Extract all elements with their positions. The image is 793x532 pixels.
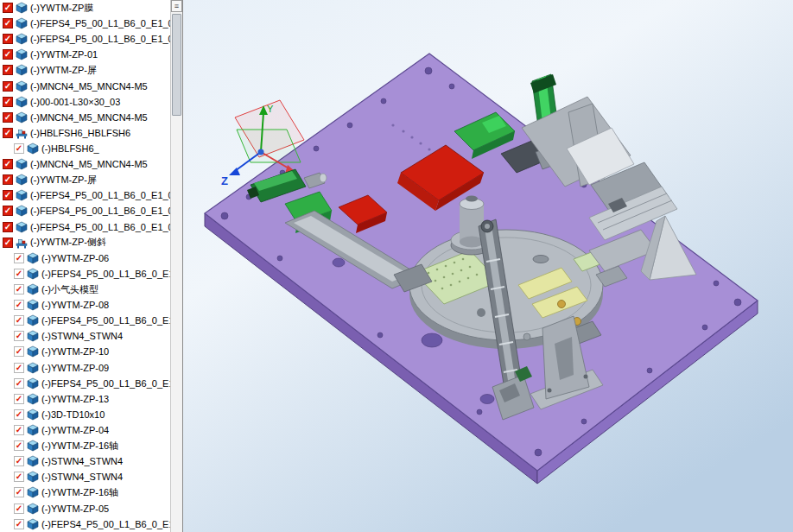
tree-scrollbar[interactable]: ≡	[170, 0, 182, 532]
item-checkbox[interactable]	[14, 409, 24, 420]
tree-item-row[interactable]: (-)MNCN4_M5_MNCN4-M5	[0, 156, 170, 172]
item-checkbox[interactable]	[14, 300, 24, 310]
item-checkbox[interactable]	[14, 440, 24, 451]
tree-item-row[interactable]: (-)FEPS4_P5_00_L1_B6_0_E1_0_	[0, 187, 170, 203]
tree-item-row[interactable]: (-)STWN4_STWN4	[0, 328, 170, 344]
item-checkbox[interactable]	[3, 65, 13, 75]
tree-item-row[interactable]: (-)HBLFSH6_	[0, 141, 170, 156]
item-checkbox[interactable]	[14, 253, 24, 263]
tree-item-row[interactable]: (-)MNCN4_M5_MNCN4-M5	[0, 79, 170, 94]
part-icon	[16, 2, 28, 14]
item-checkbox[interactable]	[3, 159, 13, 169]
tree-item-row[interactable]: (-)FEPS4_P5_00_L1_B6_0_E1_0_	[0, 31, 170, 47]
tree-item-row[interactable]: (-)YWTM-ZP-屏	[0, 172, 170, 187]
item-checkbox[interactable]	[3, 128, 13, 138]
tree-item-row[interactable]: (-)YWTM-ZP-01	[0, 47, 170, 62]
item-checkbox[interactable]	[3, 97, 13, 107]
part-icon	[16, 174, 28, 186]
tree-item-row[interactable]: (-)YWTM-ZP-08	[0, 297, 170, 313]
item-checkbox[interactable]	[14, 394, 24, 404]
part-icon	[27, 268, 39, 280]
part-icon	[27, 518, 39, 530]
part-icon	[27, 486, 39, 498]
item-checkbox[interactable]	[3, 112, 13, 123]
tree-item-label: (-)YWTM-ZP-侧斜	[30, 236, 106, 249]
item-checkbox[interactable]	[14, 504, 24, 514]
item-checkbox[interactable]	[14, 456, 24, 466]
scrollbar-menu-button[interactable]: ≡	[171, 0, 182, 12]
tree-item-row[interactable]: (-)HBLFSH6_HBLFSH6	[0, 125, 170, 141]
tree-item-label: (-)HBLFSH6_	[41, 143, 99, 154]
item-checkbox[interactable]	[3, 81, 13, 92]
tree-item-row[interactable]: (-)FEPS4_P5_00_L1_B6_0_E1_0_	[0, 219, 170, 235]
part-icon	[16, 48, 28, 60]
tree-item-row[interactable]: (-)YWTM-ZP-06	[0, 250, 170, 266]
item-checkbox[interactable]	[14, 331, 24, 341]
item-checkbox[interactable]	[14, 269, 24, 279]
item-checkbox[interactable]	[3, 238, 13, 248]
item-checkbox[interactable]	[14, 315, 24, 326]
item-checkbox[interactable]	[14, 519, 24, 529]
tree-item-row[interactable]: (-)YWTM-ZP-16轴	[0, 438, 170, 453]
tree-item-row[interactable]: (-)YWTM-ZP-04	[0, 422, 170, 438]
tree-item-row[interactable]: (-)YWTM-ZP-屏	[0, 62, 170, 78]
item-checkbox[interactable]	[3, 18, 13, 28]
item-checkbox[interactable]	[3, 49, 13, 60]
item-checkbox[interactable]	[14, 425, 24, 435]
part-icon	[16, 80, 28, 92]
part-icon	[27, 440, 39, 452]
tree-item-label: (-)FEPS4_P5_00_L1_B6_0_E1	[41, 519, 170, 529]
tree-item-row[interactable]: (-)STWN4_STWN4	[0, 469, 170, 484]
part-icon	[27, 283, 39, 295]
axis-label-z: Z	[221, 174, 228, 187]
tree-item-row[interactable]: (-)FEPS4_P5_00_L1_B6_0_E1	[0, 516, 170, 532]
tree-item-row[interactable]: (-)MNCN4_M5_MNCN4-M5	[0, 110, 170, 125]
tree-item-row[interactable]: (-)STWN4_STWN4	[0, 453, 170, 469]
item-checkbox[interactable]	[14, 363, 24, 373]
item-checkbox[interactable]	[3, 222, 13, 232]
tree-item-row[interactable]: (-)00-001-L30×30_03	[0, 94, 170, 110]
item-checkbox[interactable]	[3, 34, 13, 44]
tree-item-row[interactable]: (-)YWTM-ZP-13	[0, 391, 170, 407]
tree-item-row[interactable]: (-)FEPS4_P5_00_L1_B6_0_E1	[0, 313, 170, 328]
item-checkbox[interactable]	[14, 143, 24, 154]
item-checkbox[interactable]	[3, 174, 13, 185]
tree-item-label: (-)YWTM-ZP-10	[41, 346, 109, 357]
item-checkbox[interactable]	[14, 378, 24, 389]
tree-item-row[interactable]: (-)FEPS4_P5_00_L1_B6_0_E1_0_	[0, 16, 170, 31]
tree-item-label: (-)FEPS4_P5_00_L1_B6_0_E1	[41, 269, 170, 279]
part-icon	[27, 142, 39, 155]
item-checkbox[interactable]	[3, 206, 13, 216]
tree-item-label: (-)FEPS4_P5_00_L1_B6_0_E1_0_	[30, 18, 170, 28]
model-viewport[interactable]: Y Z X	[182, 0, 793, 532]
part-icon	[27, 252, 39, 264]
tree-item-row[interactable]: (-)YWTM-ZP-09	[0, 360, 170, 376]
tree-item-row[interactable]: (-)YWTM-ZP-侧斜	[0, 235, 170, 250]
tree-item-row[interactable]: (-)FEPS4_P5_00_L1_B6_0_E1	[0, 266, 170, 282]
part-icon	[27, 503, 39, 515]
tree-item-row[interactable]: (-)YWTM-ZP-05	[0, 501, 170, 516]
item-checkbox[interactable]	[14, 472, 24, 482]
tree-item-row[interactable]: (-)YWTM-ZP膜	[0, 0, 170, 16]
tree-item-row[interactable]: (-)FEPS4_P5_00_L1_B6_0_E1	[0, 376, 170, 391]
part-icon	[16, 33, 28, 45]
tree-item-label: (-)YWTM-ZP-屏	[30, 174, 97, 187]
tree-item-row[interactable]: (-)YWTM-ZP-10	[0, 344, 170, 359]
part-icon	[27, 362, 39, 374]
part-icon	[16, 111, 28, 124]
part-icon	[27, 471, 39, 483]
scrollbar-thumb[interactable]	[172, 14, 181, 116]
tree-item-label: (-)YWTM-ZP-05	[41, 504, 109, 514]
part-icon	[16, 64, 28, 76]
tree-item-row[interactable]: (-)小气头模型	[0, 282, 170, 297]
item-checkbox[interactable]	[3, 3, 13, 13]
item-checkbox[interactable]	[14, 487, 24, 497]
item-checkbox[interactable]	[3, 190, 13, 200]
tree-item-label: (-)YWTM-ZP-09	[41, 363, 109, 373]
tree-item-row[interactable]: (-)YWTM-ZP-16轴	[0, 484, 170, 500]
item-checkbox[interactable]	[14, 346, 24, 357]
tree-item-row[interactable]: (-)3D-TD10x10	[0, 407, 170, 422]
3d-model-canvas: Y Z X	[183, 0, 793, 532]
item-checkbox[interactable]	[14, 284, 24, 294]
tree-item-row[interactable]: (-)FEPS4_P5_00_L1_B6_0_E1_0_	[0, 203, 170, 218]
